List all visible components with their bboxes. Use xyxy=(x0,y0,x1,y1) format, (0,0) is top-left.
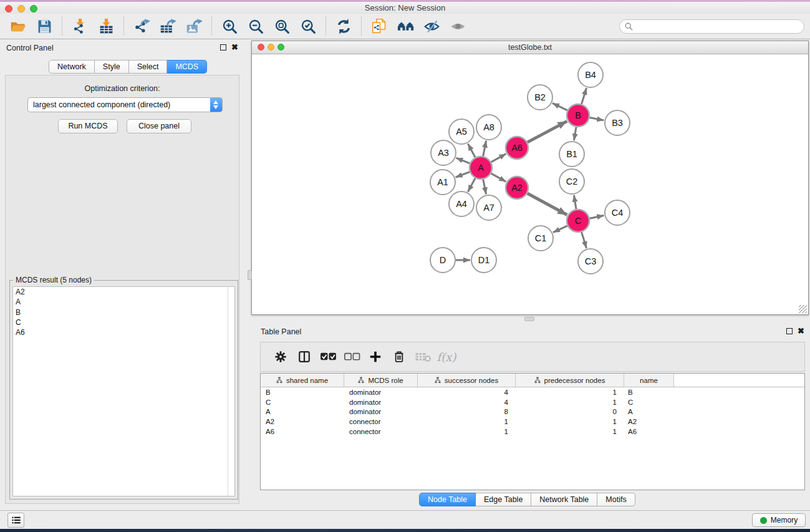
column-header-name[interactable]: name xyxy=(624,374,674,387)
settings-button[interactable] xyxy=(271,347,291,367)
graph-edge-A-A7[interactable] xyxy=(483,180,486,195)
tab-select[interactable]: Select xyxy=(129,60,168,74)
mcds-result-item[interactable]: A xyxy=(13,297,234,307)
tab-style[interactable]: Style xyxy=(95,60,129,74)
table-row[interactable]: Adominator80A xyxy=(261,407,804,417)
network-zoom-button[interactable] xyxy=(277,44,284,51)
graph-node-B2[interactable]: B2 xyxy=(528,85,552,110)
network-close-button[interactable] xyxy=(258,44,264,51)
graph-edge-C-C4[interactable] xyxy=(590,215,604,218)
mcds-result-item[interactable]: B xyxy=(13,307,234,317)
tab-motifs[interactable]: Motifs xyxy=(597,493,635,506)
mcds-result-item[interactable]: A2 xyxy=(13,287,234,297)
delete-row-button[interactable] xyxy=(389,347,409,367)
graph-node-A5[interactable]: A5 xyxy=(449,119,474,144)
graph-node-B[interactable]: B xyxy=(567,104,589,127)
import-table-button[interactable] xyxy=(93,16,119,37)
table-row[interactable]: A6connector11A6 xyxy=(261,427,804,437)
graph-node-C[interactable]: C xyxy=(567,210,589,232)
zoom-out-button[interactable] xyxy=(243,16,269,37)
deselect-all-columns-button[interactable] xyxy=(342,347,362,367)
save-session-button[interactable] xyxy=(31,16,57,37)
tab-edge-table[interactable]: Edge Table xyxy=(476,493,531,506)
graph-edge-B-B1[interactable] xyxy=(574,127,576,141)
column-header-shared-name[interactable]: shared name xyxy=(261,374,344,387)
table-row[interactable]: Cdominator41C xyxy=(261,397,804,407)
graph-node-B4[interactable]: B4 xyxy=(578,62,603,87)
run-mcds-button[interactable]: Run MCDS xyxy=(58,119,118,133)
zoom-fit-button[interactable] xyxy=(269,16,295,37)
export-network-button[interactable] xyxy=(128,16,155,37)
column-header-MCDS-role[interactable]: MCDS role xyxy=(344,374,418,387)
show-columns-button[interactable] xyxy=(294,347,314,367)
graph-node-A8[interactable]: A8 xyxy=(476,115,501,140)
graph-edge-A-A8[interactable] xyxy=(483,141,486,157)
search-box[interactable] xyxy=(619,19,804,34)
tab-network[interactable]: Network xyxy=(49,60,95,74)
graph-node-A6[interactable]: A6 xyxy=(506,137,528,159)
graph-node-B1[interactable]: B1 xyxy=(559,142,584,167)
graph-edge-A-A3[interactable] xyxy=(456,158,470,163)
close-panel-icon[interactable]: ✖ xyxy=(231,44,238,51)
mcds-result-item[interactable]: C xyxy=(13,317,234,327)
clone-network-button[interactable] xyxy=(366,16,392,37)
search-input[interactable] xyxy=(636,22,804,31)
graph-node-A7[interactable]: A7 xyxy=(476,195,501,220)
graph-edge-B-B2[interactable] xyxy=(552,103,567,110)
network-canvas[interactable]: B4B2BB3A5A8A6A3B1AA1C2A2A4A7C4CC1C3DD1 xyxy=(252,54,808,314)
network-window-titlebar[interactable]: testGlobe.txt xyxy=(252,41,808,54)
resize-grip-icon[interactable] xyxy=(799,305,807,313)
graph-edge-C-C2[interactable] xyxy=(574,195,576,210)
graph-node-C3[interactable]: C3 xyxy=(578,249,603,274)
graph-edge-A-A1[interactable] xyxy=(456,172,470,178)
tab-mcds[interactable]: MCDS xyxy=(167,60,207,74)
graph-node-C2[interactable]: C2 xyxy=(559,169,584,194)
graph-edge-A2-C[interactable] xyxy=(528,193,567,215)
graph-node-D[interactable]: D xyxy=(430,248,455,273)
minimize-window-button[interactable] xyxy=(17,5,25,12)
tab-node-table[interactable]: Node Table xyxy=(419,493,476,506)
graph-node-C1[interactable]: C1 xyxy=(528,226,553,251)
graph-edge-A-A4[interactable] xyxy=(468,178,475,192)
home-button[interactable] xyxy=(392,16,418,37)
graph-node-A1[interactable]: A1 xyxy=(430,170,455,195)
close-window-button[interactable] xyxy=(5,5,12,12)
close-panel-button[interactable]: Close panel xyxy=(127,119,191,133)
graph-node-A[interactable]: A xyxy=(470,157,492,179)
graph-edge-A-A2[interactable] xyxy=(491,173,506,181)
zoom-window-button[interactable] xyxy=(30,5,37,12)
graph-node-A4[interactable]: A4 xyxy=(449,191,474,216)
import-network-button[interactable] xyxy=(67,16,93,37)
graph-node-D1[interactable]: D1 xyxy=(471,248,496,273)
column-header-successor-nodes[interactable]: successor nodes xyxy=(418,374,516,387)
task-history-button[interactable] xyxy=(7,513,24,528)
graph-edge-A6-B[interactable] xyxy=(528,121,567,142)
graph-edge-C-C1[interactable] xyxy=(553,226,567,233)
show-details-button[interactable] xyxy=(445,16,471,37)
column-header-predecessor-nodes[interactable]: predecessor nodes xyxy=(516,374,624,387)
select-all-columns-button[interactable] xyxy=(318,347,338,367)
tab-network-table[interactable]: Network Table xyxy=(531,493,597,506)
vertical-splitter-handle[interactable] xyxy=(248,270,252,280)
mcds-result-item[interactable]: A6 xyxy=(13,327,234,337)
mcds-result-list[interactable]: A2ABCA6 xyxy=(12,286,235,496)
app-titlebar[interactable]: Session: New Session xyxy=(0,2,810,14)
optimization-criterion-select[interactable]: largest connected component (directed) xyxy=(27,97,223,112)
hide-details-button[interactable] xyxy=(418,16,445,37)
graph-edge-A-A6[interactable] xyxy=(491,154,506,162)
float-table-panel-icon[interactable] xyxy=(786,328,793,334)
graph-edge-B-B4[interactable] xyxy=(582,88,587,104)
graph-edge-A-A5[interactable] xyxy=(468,143,475,157)
add-row-button[interactable] xyxy=(365,347,385,367)
open-session-button[interactable] xyxy=(5,16,31,37)
refresh-button[interactable] xyxy=(330,16,357,37)
zoom-selected-button[interactable] xyxy=(295,16,321,37)
graph-node-B3[interactable]: B3 xyxy=(605,110,630,135)
graph-node-A3[interactable]: A3 xyxy=(431,140,456,165)
graph-node-C4[interactable]: C4 xyxy=(605,200,630,225)
table-row[interactable]: Bdominator41B xyxy=(261,387,804,397)
table-row[interactable]: A2connector11A2 xyxy=(261,417,804,427)
zoom-in-button[interactable] xyxy=(216,16,243,37)
graph-edge-B-B3[interactable] xyxy=(590,118,604,120)
memory-button[interactable]: Memory xyxy=(752,513,806,527)
